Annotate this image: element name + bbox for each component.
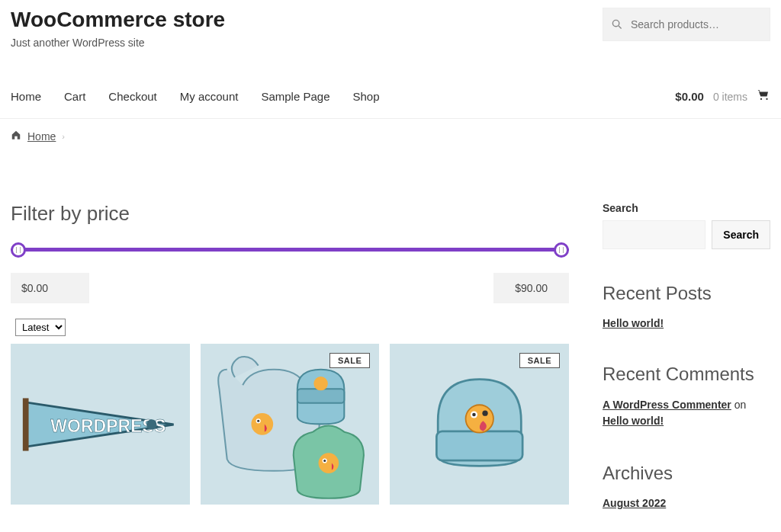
price-slider[interactable] — [11, 242, 569, 258]
sort-select[interactable]: Latest — [15, 319, 66, 336]
search-input[interactable] — [603, 8, 770, 41]
slider-bar — [11, 248, 569, 252]
nav-shop[interactable]: Shop — [353, 90, 380, 103]
svg-point-13 — [324, 460, 326, 462]
breadcrumb-home[interactable]: Home — [27, 130, 56, 143]
site-title: WooCommerce store — [11, 8, 225, 32]
svg-point-0 — [612, 20, 619, 26]
comment-author-link[interactable]: A WordPress Commenter — [603, 399, 731, 411]
svg-point-11 — [319, 453, 339, 473]
slider-handle-max[interactable] — [554, 242, 569, 258]
nav-home[interactable]: Home — [11, 90, 41, 103]
cart-summary[interactable]: $0.00 0 items — [675, 88, 770, 104]
product-image: WORDPRESS — [11, 344, 190, 505]
slider-handle-min[interactable] — [11, 242, 26, 258]
nav-sample-page[interactable]: Sample Page — [261, 90, 329, 103]
sale-badge: SALE — [329, 353, 370, 368]
product-card[interactable]: WORDPRESS — [11, 344, 190, 505]
svg-point-17 — [472, 413, 476, 417]
comment-on-text: on — [731, 399, 746, 411]
home-icon — [11, 130, 21, 143]
sale-badge: SALE — [519, 353, 560, 368]
nav-cart[interactable]: Cart — [64, 90, 85, 103]
svg-rect-14 — [436, 431, 522, 460]
svg-rect-9 — [297, 389, 344, 403]
svg-point-15 — [465, 405, 493, 432]
nav-checkout[interactable]: Checkout — [108, 90, 156, 103]
recent-comments-heading: Recent Comments — [603, 364, 770, 385]
search-icon — [612, 19, 622, 30]
filter-title: Filter by price — [11, 202, 569, 226]
product-card[interactable]: SALE — [201, 344, 380, 505]
price-min: $0.00 — [11, 273, 89, 303]
svg-line-1 — [619, 26, 622, 29]
svg-point-18 — [482, 410, 487, 415]
sidebar-search-input[interactable] — [603, 220, 705, 249]
product-search — [603, 8, 770, 41]
price-max: $90.00 — [493, 273, 569, 303]
chevron-right-icon: › — [62, 132, 65, 141]
recent-posts-heading: Recent Posts — [603, 283, 770, 304]
cart-item-count: 0 items — [713, 91, 747, 103]
recent-post-link[interactable]: Hello world! — [603, 317, 664, 329]
sidebar-search-label: Search — [603, 202, 770, 214]
breadcrumb: Home › — [11, 119, 770, 153]
sidebar-search-button[interactable]: Search — [712, 220, 770, 249]
archives-heading: Archives — [603, 463, 770, 484]
tagline: Just another WordPress site — [11, 37, 225, 49]
svg-rect-3 — [23, 398, 29, 450]
cart-total: $0.00 — [675, 90, 704, 103]
svg-point-10 — [314, 377, 328, 390]
cart-icon — [757, 88, 770, 104]
svg-point-6 — [252, 413, 274, 435]
main-nav: Home Cart Checkout My account Sample Pag… — [11, 88, 770, 118]
svg-point-5 — [146, 419, 156, 429]
archive-link[interactable]: August 2022 — [603, 497, 666, 509]
svg-point-8 — [258, 420, 260, 422]
product-card[interactable]: SALE — [390, 344, 569, 505]
comment-post-link[interactable]: Hello world! — [603, 415, 664, 427]
nav-my-account[interactable]: My account — [180, 90, 239, 103]
